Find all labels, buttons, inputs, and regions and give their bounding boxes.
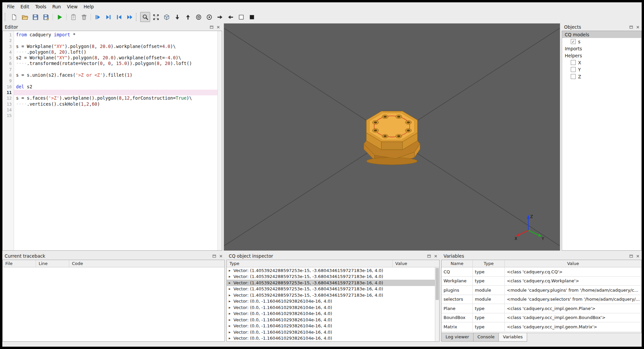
right-view-button[interactable] [215,12,225,22]
inspector-row[interactable]: ▸Vector: (0.0, -1.1604610293826104e-16, … [227,323,435,329]
close-panel-button[interactable] [635,24,641,30]
zoom-fit-button[interactable] [140,12,150,22]
code-area[interactable]: from cadquery import *s = Workplane("XY"… [14,31,222,250]
wireframe-button[interactable] [236,12,246,22]
render-button[interactable] [55,12,65,22]
expand-arrow-icon[interactable]: ▸ [229,281,233,285]
undock-panel-button[interactable] [211,253,217,259]
fit-all-button[interactable] [151,12,161,22]
variable-row-selectors[interactable]: selectorsmodule<module 'cadquery.selecto… [442,295,641,304]
inspector-row[interactable]: ▸Vector: (1.4053924288597253e-15, -3.680… [227,292,435,298]
expand-arrow-icon[interactable]: ▸ [229,324,233,328]
iso-view-button[interactable] [161,12,171,22]
tree-item-x[interactable]: X [562,59,641,66]
expand-arrow-icon[interactable]: ▸ [229,311,233,316]
inspector-row[interactable]: ▸Vector: (1.4053924288597253e-15, -3.680… [227,286,435,292]
open-script-button[interactable] [20,12,30,22]
delete-button[interactable] [79,12,89,22]
expand-arrow-icon[interactable]: ▸ [229,274,233,279]
toolbar-handle[interactable] [5,13,8,21]
debug-return-button[interactable] [114,12,124,22]
checkbox-s[interactable] [571,39,576,44]
variable-row-plugins[interactable]: pluginsmodule<module 'cadquery.plugins' … [442,286,641,295]
debug-continue-button[interactable] [125,12,135,22]
bottom-view-button[interactable] [172,12,182,22]
column-header-code[interactable]: Code [69,260,224,267]
front-view-button[interactable] [204,12,214,22]
menu-item-tools[interactable]: Tools [32,3,49,10]
variable-row-workplane[interactable]: Workplanetype<class 'cadquery.cq.Workpla… [442,277,641,286]
undock-panel-button[interactable] [426,253,432,259]
column-header-name[interactable]: Name [442,260,473,267]
inspector-row[interactable]: ▸Vector: (0.0, -1.1604610293826104e-16, … [227,335,435,342]
back-view-button[interactable] [193,12,203,22]
tab-console[interactable]: Console [473,333,499,342]
tree-item-z[interactable]: Z [562,73,641,80]
checkbox-z[interactable] [571,74,576,79]
tree-item-helpers[interactable]: Helpers [562,52,641,59]
inspector-row[interactable]: ▸Vector: (0.0, -1.1604610293826104e-16, … [227,298,435,305]
left-view-button[interactable] [225,12,235,22]
code-editor[interactable]: 123456789101112131415 from cadquery impo… [2,31,222,251]
menu-item-run[interactable]: Run [49,3,64,10]
menu-item-help[interactable]: Help [81,3,97,10]
clipboard-button[interactable] [68,12,78,22]
variable-row-cq[interactable]: CQtype<class 'cadquery.cq.CQ'> [442,267,641,277]
top-view-button[interactable] [183,12,193,22]
inspector-row[interactable]: ▸Vector: (0.0, -1.1604610293826104e-16, … [227,311,435,317]
undock-panel-button[interactable] [628,253,634,259]
checkbox-x[interactable] [571,60,576,65]
checkbox-y[interactable] [571,67,576,72]
close-panel-button[interactable] [635,253,641,259]
tree-item-cq-models[interactable]: CQ models [562,31,641,38]
variable-row-plane[interactable]: Planetype<class 'cadquery.occ_impl.geom.… [442,304,641,313]
debug-step-in-button[interactable] [103,12,113,22]
expand-arrow-icon[interactable]: ▸ [229,305,233,310]
column-header-line[interactable]: Line [36,260,69,267]
shaded-button[interactable] [247,12,257,22]
expand-arrow-icon[interactable]: ▸ [229,293,233,297]
column-header-value[interactable]: Value [505,260,641,267]
column-header-value[interactable]: Value [393,260,439,267]
inspector-row[interactable]: ▸Vector: (1.4053924288597253e-15, -3.680… [227,280,435,286]
menu-item-edit[interactable]: Edit [18,3,32,10]
expand-arrow-icon[interactable]: ▸ [229,287,233,291]
close-panel-button[interactable] [215,24,221,30]
tree-item-imports[interactable]: Imports [562,45,641,52]
inspector-row[interactable]: ▸Vector: (1.4053924288597253e-15, -3.680… [227,274,435,280]
close-panel-button[interactable] [218,253,224,259]
column-header-type[interactable]: Type [473,260,505,267]
variable-row-matrix[interactable]: Matrixtype<class 'cadquery.occ_impl.geom… [442,322,641,332]
column-header-file[interactable]: File [3,260,36,267]
column-header-type[interactable]: Type [227,260,393,267]
menu-item-file[interactable]: File [4,3,18,10]
close-panel-button[interactable] [433,253,439,259]
undock-panel-button[interactable] [209,24,214,30]
expand-arrow-icon[interactable]: ▸ [229,268,233,273]
variable-row-boundbox[interactable]: BoundBoxtype<class 'cadquery.occ_impl.ge… [442,313,641,323]
inspector-row[interactable]: ▸Vector: (0.0, -1.1604610293826104e-16, … [227,329,435,335]
save-as-script-button[interactable] [41,12,51,22]
save-script-button[interactable] [30,12,40,22]
debug-step-button[interactable] [93,12,103,22]
expand-arrow-icon[interactable]: ▸ [229,330,233,334]
new-script-button[interactable] [9,12,19,22]
toolbar-handle[interactable] [136,13,139,21]
cad-model[interactable] [356,103,428,169]
viewport-3d[interactable]: Z Y X [224,23,560,251]
inspector-row[interactable]: ▸Vector: (0.0, -1.1604610293826104e-16, … [227,317,435,323]
inspector-row[interactable]: ▸Vector: (1.4053924288597253e-15, -3.680… [227,267,435,274]
menu-item-view[interactable]: View [64,3,81,10]
expand-arrow-icon[interactable]: ▸ [229,318,233,322]
undock-panel-button[interactable] [628,24,634,30]
tab-variables[interactable]: Variables [498,333,527,342]
inspector-scrollbar-thumb[interactable] [436,268,439,300]
inspector-row[interactable]: ▸Vector: (0.0, -1.1604610293826104e-16, … [227,304,435,311]
tab-log-viewer[interactable]: Log viewer [441,333,474,342]
tree-item-y[interactable]: Y [562,66,641,73]
expand-arrow-icon[interactable]: ▸ [229,299,233,303]
tree-item-s[interactable]: s [562,38,641,45]
inspector-scrollbar[interactable] [435,267,439,341]
editor-scrollbar[interactable] [217,31,222,250]
expand-arrow-icon[interactable]: ▸ [229,336,233,340]
